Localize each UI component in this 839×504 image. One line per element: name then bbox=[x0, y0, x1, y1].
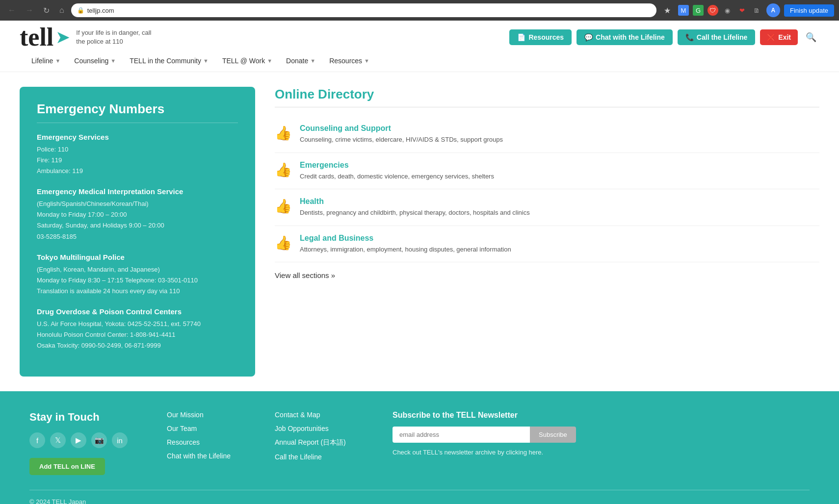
star-button[interactable]: ★ bbox=[660, 3, 674, 17]
tagline-text: If your life is in danger, call the poli… bbox=[76, 28, 155, 46]
footer-link-chat[interactable]: Chat with the Lifeline bbox=[167, 452, 245, 460]
nav-resources[interactable]: Resources ▼ bbox=[322, 54, 376, 68]
extension-icon-3[interactable]: 🛡 bbox=[708, 5, 718, 16]
add-tell-button[interactable]: Add TELL on LINE bbox=[29, 458, 105, 475]
nav-counseling[interactable]: Counseling ▼ bbox=[67, 54, 123, 68]
header-top: tell ➤ If your life is in danger, call t… bbox=[20, 25, 819, 50]
thumbs-up-icon-emergencies: 👍 bbox=[275, 162, 292, 178]
home-button[interactable]: ⌂ bbox=[56, 4, 67, 17]
logo-arrow-icon: ➤ bbox=[55, 27, 70, 48]
footer-link-resources[interactable]: Resources bbox=[167, 438, 245, 446]
subscribe-button[interactable]: Subscribe bbox=[530, 427, 576, 443]
emergency-group-3: Tokyo Multilingual Police (English, Kore… bbox=[37, 253, 238, 297]
emergency-group-4-title: Drug Overdose & Poison Control Centers bbox=[37, 307, 238, 316]
directory-item-legal[interactable]: 👍 Legal and Business Attorneys, immigrat… bbox=[275, 226, 819, 263]
address-bar[interactable]: 🔒 telljp.com bbox=[71, 3, 656, 17]
call-label: Call the Lifeline bbox=[697, 33, 747, 41]
extension-icon-5[interactable]: ❤ bbox=[737, 5, 748, 16]
directory-section: Online Directory 👍 Counseling and Suppor… bbox=[275, 87, 819, 377]
nav-lifeline[interactable]: Lifeline ▼ bbox=[25, 54, 67, 68]
thumbs-up-icon-legal: 👍 bbox=[275, 235, 292, 251]
emergency-title: Emergency Numbers bbox=[37, 101, 238, 123]
site-header: tell ➤ If your life is in danger, call t… bbox=[0, 21, 839, 72]
thumbs-up-icon-health: 👍 bbox=[275, 198, 292, 214]
dir-item-emergencies-desc: Credit cards, death, domestic violence, … bbox=[300, 172, 494, 181]
newsletter-form: Subscribe bbox=[393, 427, 810, 443]
nav-work[interactable]: TELL @ Work ▼ bbox=[215, 54, 279, 68]
nav-community-label: TELL in the Community bbox=[130, 57, 201, 65]
extension-icon-6[interactable]: 🗎 bbox=[752, 5, 762, 16]
chat-icon: 💬 bbox=[584, 33, 593, 41]
nav-community[interactable]: TELL in the Community ▼ bbox=[123, 54, 215, 68]
call-lifeline-button[interactable]: 📞 Call the Lifeline bbox=[678, 29, 755, 45]
youtube-icon[interactable]: ▶ bbox=[71, 432, 86, 448]
linkedin-icon[interactable]: in bbox=[112, 432, 128, 448]
nav-donate[interactable]: Donate ▼ bbox=[279, 54, 322, 68]
facebook-icon[interactable]: f bbox=[29, 432, 45, 448]
emergency-group-1-lines: Police: 110Fire: 119Ambulance: 119 bbox=[37, 144, 238, 176]
social-icons: f 𝕏 ▶ 📷 in bbox=[29, 432, 137, 448]
twitter-icon[interactable]: 𝕏 bbox=[50, 432, 66, 448]
resources-label: Resources bbox=[528, 33, 564, 41]
header-buttons: 📄 Resources 💬 Chat with the Lifeline 📞 C… bbox=[509, 29, 819, 46]
email-input[interactable] bbox=[393, 427, 530, 443]
refresh-button[interactable]: ↻ bbox=[40, 4, 52, 17]
directory-title: Online Directory bbox=[275, 87, 819, 107]
nav-lifeline-label: Lifeline bbox=[31, 57, 53, 65]
footer-stay-column: Stay in Touch f 𝕏 ▶ 📷 in Add TELL on LIN… bbox=[29, 411, 137, 475]
footer-link-mission[interactable]: Our Mission bbox=[167, 411, 245, 419]
footer-links-column-2: Contact & Map Job Opportunities Annual R… bbox=[275, 411, 363, 467]
dir-item-counseling-desc: Counseling, crime victims, eldercare, HI… bbox=[300, 135, 503, 145]
directory-item-health-text: Health Dentists, pregnancy and childbirt… bbox=[300, 197, 530, 218]
nav-donate-label: Donate bbox=[286, 57, 308, 65]
archive-link[interactable]: Check out TELL's newsletter archive by c… bbox=[393, 449, 543, 456]
search-button[interactable]: 🔍 bbox=[803, 29, 819, 46]
dir-item-health-title: Health bbox=[300, 197, 530, 206]
extension-icon-1[interactable]: M bbox=[678, 5, 689, 16]
url-text: telljp.com bbox=[87, 7, 114, 14]
resources-button[interactable]: 📄 Resources bbox=[509, 29, 572, 45]
footer-link-call[interactable]: Call the Lifeline bbox=[275, 453, 363, 461]
directory-item-health[interactable]: 👍 Health Dentists, pregnancy and childbi… bbox=[275, 189, 819, 226]
chat-label: Chat with the Lifeline bbox=[596, 33, 665, 41]
dir-item-health-desc: Dentists, pregnancy and childbirth, phys… bbox=[300, 208, 530, 218]
profile-avatar[interactable]: A bbox=[766, 3, 780, 17]
footer-links-column-1: Our Mission Our Team Resources Chat with… bbox=[167, 411, 245, 466]
exit-button[interactable]: ❌ Exit bbox=[760, 29, 798, 45]
footer-top: Stay in Touch f 𝕏 ▶ 📷 in Add TELL on LIN… bbox=[29, 411, 810, 475]
footer-link-jobs[interactable]: Job Opportunities bbox=[275, 425, 363, 432]
directory-item-emergencies-text: Emergencies Credit cards, death, domesti… bbox=[300, 161, 494, 181]
copyright-text: © 2024 TELL Japan bbox=[29, 498, 86, 504]
main-content: Emergency Numbers Emergency Services Pol… bbox=[0, 72, 839, 391]
directory-item-counseling[interactable]: 👍 Counseling and Support Counseling, cri… bbox=[275, 116, 819, 153]
site-footer: Stay in Touch f 𝕏 ▶ 📷 in Add TELL on LIN… bbox=[0, 391, 839, 504]
footer-link-team[interactable]: Our Team bbox=[167, 425, 245, 432]
thumbs-up-icon-counseling: 👍 bbox=[275, 125, 292, 141]
directory-item-emergencies[interactable]: 👍 Emergencies Credit cards, death, domes… bbox=[275, 153, 819, 190]
finish-update-button[interactable]: Finish update bbox=[784, 4, 834, 17]
stay-in-touch-heading: Stay in Touch bbox=[29, 411, 137, 424]
footer-link-contact[interactable]: Contact & Map bbox=[275, 411, 363, 419]
dir-item-emergencies-title: Emergencies bbox=[300, 161, 494, 170]
exit-icon: ❌ bbox=[767, 33, 775, 41]
view-all-link[interactable]: View all sections » bbox=[275, 271, 819, 279]
directory-item-counseling-text: Counseling and Support Counseling, crime… bbox=[300, 124, 503, 145]
resources-icon: 📄 bbox=[517, 33, 525, 41]
back-button[interactable]: ← bbox=[5, 4, 19, 17]
nav-counseling-chevron: ▼ bbox=[110, 58, 116, 64]
dir-item-legal-desc: Attorneys, immigration, employment, hous… bbox=[300, 245, 511, 254]
nav-lifeline-chevron: ▼ bbox=[55, 58, 60, 64]
footer-link-annual-report[interactable]: Annual Report (日本語) bbox=[275, 438, 363, 447]
forward-button[interactable]: → bbox=[23, 4, 36, 17]
instagram-icon[interactable]: 📷 bbox=[91, 432, 107, 448]
lock-icon: 🔒 bbox=[77, 7, 84, 14]
emergency-group-1-title: Emergency Services bbox=[37, 133, 238, 141]
extension-icon-2[interactable]: G bbox=[693, 5, 704, 16]
chat-lifeline-button[interactable]: 💬 Chat with the Lifeline bbox=[577, 29, 673, 45]
emergency-group-1: Emergency Services Police: 110Fire: 119A… bbox=[37, 133, 238, 176]
emergency-group-2: Emergency Medical Interpretation Service… bbox=[37, 187, 238, 242]
nav-counseling-label: Counseling bbox=[74, 57, 108, 65]
newsletter-archive-text: Check out TELL's newsletter archive by c… bbox=[393, 449, 810, 456]
extension-icon-4[interactable]: ◉ bbox=[722, 5, 733, 16]
newsletter-title: Subscribe to the TELL Newsletter bbox=[393, 411, 810, 420]
